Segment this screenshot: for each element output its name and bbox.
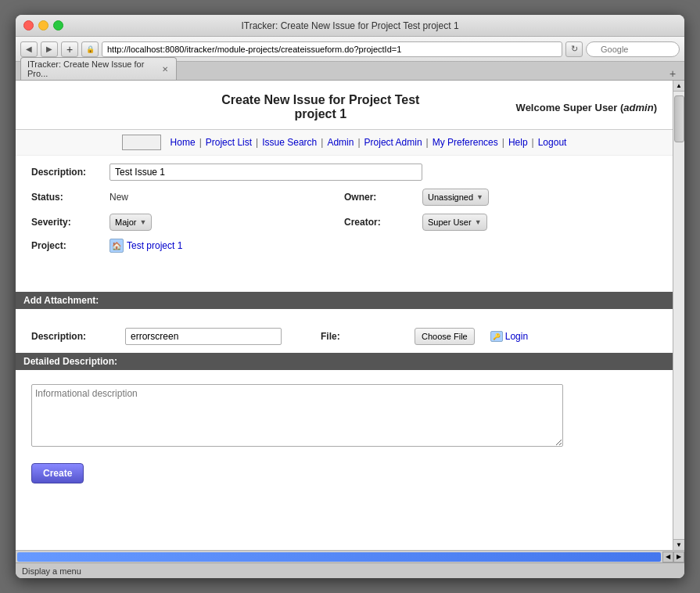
scroll-left-arrow[interactable]: ◀ xyxy=(662,552,673,562)
nav-spacer xyxy=(122,135,161,150)
nav-project-list[interactable]: Project List xyxy=(206,137,252,148)
bottom-bar: ◀ ▶ xyxy=(16,550,684,562)
nav-links: Home | Project List | Issue Search | Adm… xyxy=(16,130,673,156)
back-button[interactable]: ◀ xyxy=(20,41,38,57)
status-bar: Display a menu xyxy=(16,562,684,578)
project-row: Project: 🏠 Test project 1 xyxy=(31,239,657,253)
creator-select[interactable]: Super User ▼ xyxy=(422,214,487,231)
nav-issue-search[interactable]: Issue Search xyxy=(262,137,317,148)
search-input[interactable] xyxy=(586,41,680,57)
login-link[interactable]: 🔑 Login xyxy=(490,331,528,342)
severity-select[interactable]: Major ▼ xyxy=(109,214,152,231)
severity-creator-row: Severity: Major ▼ Creator: Super User ▼ xyxy=(31,214,657,231)
new-tab-button[interactable]: + xyxy=(666,67,680,80)
scroll-thumb[interactable] xyxy=(674,95,684,142)
owner-arrow-icon: ▼ xyxy=(476,193,483,201)
status-owner-row: Status: New Owner: Unassigned ▼ xyxy=(31,189,657,206)
forward-button[interactable]: ▶ xyxy=(41,41,58,57)
maximize-button[interactable] xyxy=(53,20,63,31)
scroll-right-arrow[interactable]: ▶ xyxy=(673,552,684,562)
attachment-desc-input[interactable] xyxy=(125,328,282,345)
minimize-button[interactable] xyxy=(38,20,48,31)
project-link[interactable]: Test project 1 xyxy=(127,240,182,251)
title-bar: ITracker: Create New Issue for Project T… xyxy=(16,15,684,37)
nav-home[interactable]: Home xyxy=(171,137,196,148)
window-title: ITracker: Create New Issue for Project T… xyxy=(241,20,458,31)
nav-project-admin[interactable]: Project Admin xyxy=(364,137,422,148)
description-label: Description: xyxy=(31,167,109,178)
progress-bar xyxy=(17,552,661,562)
tab-bar: ITracker: Create New Issue for Pro... ✕ … xyxy=(16,62,684,81)
nav-logout[interactable]: Logout xyxy=(538,137,567,148)
page-header: Create New Issue for Project Test projec… xyxy=(16,81,673,130)
status-label: Status: xyxy=(31,192,109,203)
detailed-section-header: Detailed Description: xyxy=(16,353,673,370)
refresh-button[interactable]: ↻ xyxy=(565,41,583,57)
create-button-wrapper: Create xyxy=(31,455,657,483)
welcome-text: Welcome Super User (admin) xyxy=(516,102,657,113)
project-icon: 🏠 xyxy=(109,239,124,253)
tab-label: ITracker: Create New Issue for Pro... xyxy=(27,59,159,78)
nav-admin[interactable]: Admin xyxy=(327,137,354,148)
severity-label: Severity: xyxy=(31,217,109,228)
content-area: Create New Issue for Project Test projec… xyxy=(16,81,673,550)
scroll-down-arrow[interactable]: ▼ xyxy=(673,539,684,550)
status-text: Display a menu xyxy=(22,566,81,576)
browser-tab[interactable]: ITracker: Create New Issue for Pro... ✕ xyxy=(20,57,177,80)
url-bar[interactable] xyxy=(102,41,562,57)
creator-label: Creator: xyxy=(344,217,422,228)
lock-icon: 🔒 xyxy=(81,41,99,57)
scroll-track xyxy=(673,92,684,539)
h-scroll-arrows: ◀ ▶ xyxy=(662,552,684,562)
description-input[interactable] xyxy=(109,164,422,181)
choose-file-button[interactable]: Choose File xyxy=(415,328,475,345)
attachment-desc-label: Description: xyxy=(31,331,109,342)
attachment-section-header: Add Attachment: xyxy=(16,292,673,309)
add-tab-button[interactable]: + xyxy=(61,41,78,57)
attachment-row: Description: File: Choose File 🔑 Login xyxy=(31,328,657,345)
owner-label: Owner: xyxy=(344,192,422,203)
nav-help[interactable]: Help xyxy=(508,137,528,148)
description-row: Description: xyxy=(31,164,657,181)
form-area: Description: Status: New Owner: Unassign… xyxy=(16,156,673,491)
nav-my-preferences[interactable]: My Preferences xyxy=(433,137,498,148)
owner-select[interactable]: Unassigned ▼ xyxy=(422,189,489,206)
detailed-description-textarea[interactable] xyxy=(31,384,563,447)
project-label: Project: xyxy=(31,240,109,251)
scrollbar[interactable]: ▲ ▼ xyxy=(673,81,684,550)
file-label: File: xyxy=(321,331,399,342)
close-button[interactable] xyxy=(23,20,34,31)
status-value: New xyxy=(109,192,128,203)
create-button[interactable]: Create xyxy=(31,463,84,483)
creator-arrow-icon: ▼ xyxy=(475,218,482,226)
login-icon: 🔑 xyxy=(490,331,503,342)
page-title: Create New Issue for Project Test projec… xyxy=(221,93,419,121)
severity-arrow-icon: ▼ xyxy=(140,218,147,226)
scroll-up-arrow[interactable]: ▲ xyxy=(673,81,684,92)
tab-close-icon[interactable]: ✕ xyxy=(162,65,168,74)
